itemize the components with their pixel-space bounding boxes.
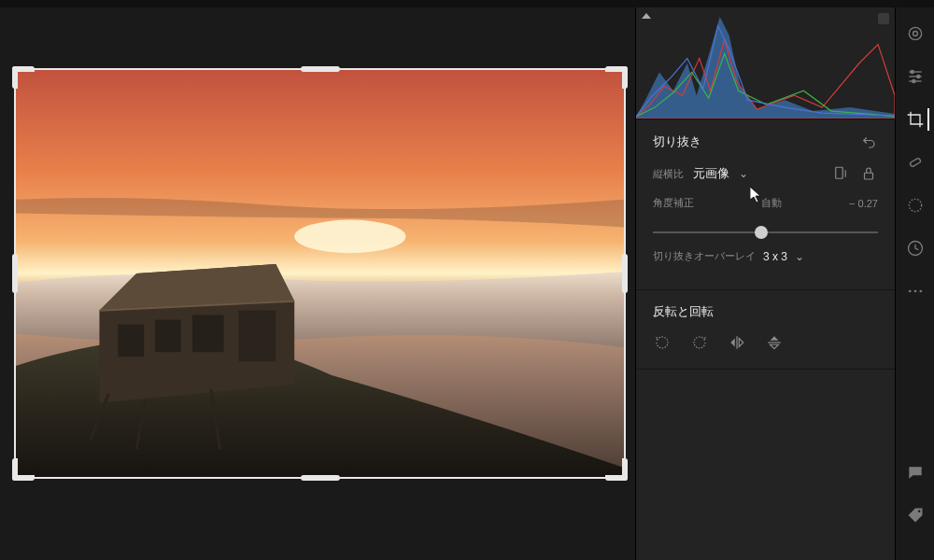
crop-section-title: 切り抜き (653, 133, 701, 150)
svg-point-19 (913, 32, 917, 36)
comment-icon[interactable] (904, 461, 927, 483)
svg-rect-12 (836, 167, 843, 178)
angle-slider[interactable] (653, 223, 878, 242)
edit-tool-icon[interactable] (904, 22, 927, 45)
canvas-area[interactable] (0, 7, 635, 560)
overlay-label: 切り抜きオーバーレイ (653, 249, 756, 263)
svg-rect-26 (909, 158, 921, 167)
crop-handle-br[interactable] (605, 458, 628, 481)
overlay-dropdown[interactable]: 3 x 3 (763, 250, 787, 263)
radial-tool-icon[interactable] (904, 194, 927, 217)
flip-section-title: 反転と回転 (653, 303, 714, 320)
heal-tool-icon[interactable] (904, 151, 927, 174)
svg-point-23 (911, 70, 913, 73)
crop-handle-right[interactable] (622, 254, 628, 293)
histogram-clip-icon[interactable] (878, 13, 889, 24)
lock-icon[interactable] (859, 164, 878, 183)
crop-section: 切り抜き 縦横比 元画像 ⌄ 角度補正 (636, 119, 895, 290)
histogram-collapse-icon[interactable] (642, 13, 651, 19)
angle-value: − 0.27 (849, 198, 878, 209)
crop-handle-tr[interactable] (605, 66, 628, 89)
crop-handle-top[interactable] (301, 66, 340, 72)
crop-handle-bottom[interactable] (301, 475, 340, 481)
crop-handle-left[interactable] (12, 254, 18, 293)
svg-point-24 (916, 75, 919, 77)
rotate-aspect-icon[interactable] (831, 164, 850, 183)
svg-marker-33 (750, 187, 760, 203)
photo-preview (16, 70, 624, 477)
tool-rail (895, 7, 934, 560)
svg-rect-4 (118, 325, 144, 357)
aspect-dropdown[interactable]: 元画像 (693, 165, 729, 182)
more-icon[interactable] (904, 280, 927, 302)
tag-icon[interactable] (904, 504, 927, 526)
undo-icon[interactable] (859, 133, 878, 151)
flip-horizontal-icon[interactable] (728, 333, 746, 352)
svg-rect-13 (865, 173, 873, 179)
svg-point-1 (294, 220, 405, 254)
crop-handle-tl[interactable] (12, 66, 35, 89)
svg-point-27 (909, 199, 921, 211)
svg-point-32 (917, 511, 920, 513)
sliders-tool-icon[interactable] (904, 65, 927, 88)
svg-point-31 (919, 290, 922, 293)
slider-thumb[interactable] (755, 226, 768, 239)
rotate-cw-icon[interactable] (690, 333, 709, 352)
inspector-panel: 切り抜き 縦横比 元画像 ⌄ 角度補正 (635, 7, 895, 560)
aspect-label: 縦横比 (653, 167, 684, 181)
chevron-down-icon[interactable]: ⌄ (795, 250, 804, 263)
svg-point-29 (908, 290, 911, 293)
top-bar (0, 0, 934, 7)
crop-frame[interactable] (14, 68, 626, 479)
svg-point-30 (913, 290, 916, 293)
angle-label: 角度補正 (653, 196, 694, 210)
svg-marker-16 (771, 336, 779, 341)
svg-marker-14 (730, 339, 735, 347)
svg-point-25 (912, 79, 914, 82)
svg-marker-15 (739, 339, 743, 347)
svg-rect-6 (192, 315, 224, 353)
svg-marker-17 (771, 344, 779, 349)
history-tool-icon[interactable] (904, 237, 927, 259)
crop-tool-icon[interactable] (905, 108, 927, 131)
svg-point-18 (909, 27, 921, 39)
histogram[interactable] (636, 7, 895, 119)
flip-vertical-icon[interactable] (765, 333, 784, 352)
svg-rect-7 (239, 311, 276, 362)
chevron-down-icon[interactable]: ⌄ (739, 167, 748, 180)
flip-rotate-section: 反転と回転 (636, 290, 895, 370)
rotate-ccw-icon[interactable] (653, 333, 672, 352)
angle-auto-button[interactable]: 自動 (761, 196, 782, 210)
crop-handle-bl[interactable] (12, 458, 35, 481)
svg-rect-5 (155, 320, 181, 353)
